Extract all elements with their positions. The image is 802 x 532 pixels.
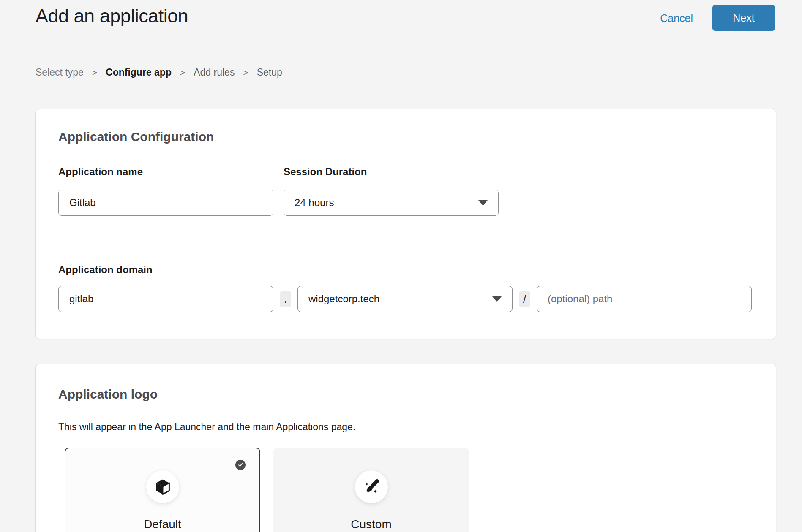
page-title: Add an application bbox=[35, 5, 188, 27]
path-input[interactable] bbox=[537, 286, 752, 312]
logo-option-tiles: Default Custom bbox=[65, 448, 469, 532]
slash-separator: / bbox=[519, 291, 530, 307]
application-logo-heading: Application logo bbox=[58, 387, 158, 402]
chevron-down-icon bbox=[478, 200, 488, 206]
domain-select[interactable]: widgetcorp.tech bbox=[297, 286, 513, 312]
breadcrumb-separator: > bbox=[92, 68, 97, 78]
next-button[interactable]: Next bbox=[712, 5, 775, 31]
application-logo-card: Application logo This will appear in the… bbox=[35, 364, 776, 532]
paintbrush-icon bbox=[362, 478, 381, 496]
breadcrumb-step-configure-app[interactable]: Configure app bbox=[106, 67, 172, 78]
application-name-input[interactable] bbox=[58, 190, 273, 216]
selected-check-badge bbox=[235, 460, 246, 470]
session-duration-label: Session Duration bbox=[284, 166, 367, 178]
application-name-label: Application name bbox=[58, 166, 143, 178]
subdomain-input[interactable] bbox=[58, 286, 273, 312]
logo-option-label: Default bbox=[65, 518, 259, 531]
logo-option-custom[interactable]: Custom bbox=[273, 448, 469, 532]
breadcrumb-separator: > bbox=[180, 68, 185, 78]
session-duration-select[interactable]: 24 hours bbox=[284, 190, 499, 216]
cube-icon bbox=[153, 478, 172, 496]
application-logo-description: This will appear in the App Launcher and… bbox=[58, 421, 355, 433]
application-domain-row: . widgetcorp.tech / bbox=[58, 286, 752, 312]
cancel-button[interactable]: Cancel bbox=[660, 12, 693, 24]
breadcrumb-step-add-rules[interactable]: Add rules bbox=[194, 67, 235, 78]
dot-separator: . bbox=[280, 291, 291, 307]
check-icon bbox=[237, 462, 243, 468]
application-configuration-card: Application Configuration Application na… bbox=[35, 109, 776, 339]
breadcrumb-step-select-type[interactable]: Select type bbox=[35, 67, 84, 78]
breadcrumb-separator: > bbox=[243, 68, 248, 78]
breadcrumb: Select type > Configure app > Add rules … bbox=[35, 67, 282, 78]
application-configuration-heading: Application Configuration bbox=[58, 130, 214, 144]
logo-option-default[interactable]: Default bbox=[65, 448, 260, 532]
session-duration-value: 24 hours bbox=[295, 197, 334, 209]
custom-icon-circle bbox=[355, 470, 388, 503]
default-icon-circle bbox=[146, 470, 179, 503]
domain-select-value: widgetcorp.tech bbox=[308, 293, 379, 305]
chevron-down-icon bbox=[492, 296, 502, 302]
add-application-page: Add an application Cancel Next Select ty… bbox=[0, 0, 802, 532]
application-domain-label: Application domain bbox=[58, 264, 153, 276]
breadcrumb-step-setup[interactable]: Setup bbox=[257, 67, 282, 78]
logo-option-label: Custom bbox=[274, 518, 468, 531]
